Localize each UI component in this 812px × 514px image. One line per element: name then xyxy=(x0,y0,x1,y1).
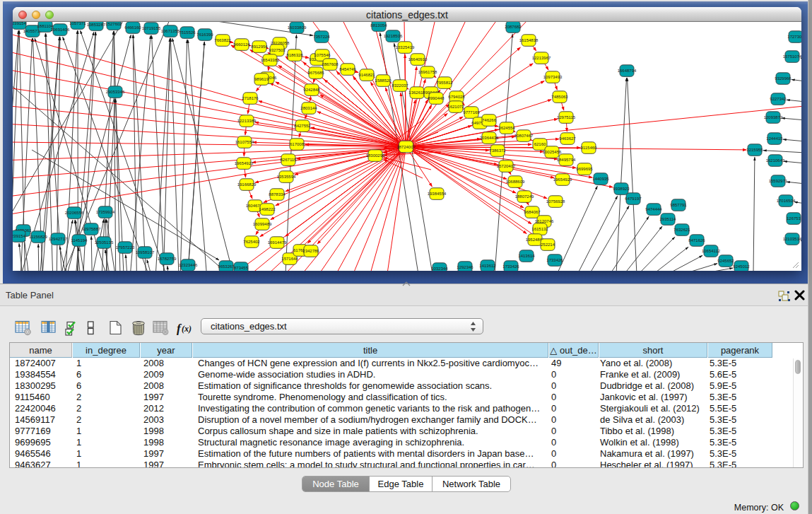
svg-text:10853287: 10853287 xyxy=(87,23,106,27)
svg-text:18300295: 18300295 xyxy=(366,153,385,158)
svg-text:2803144: 2803144 xyxy=(300,106,317,110)
svg-text:9675685: 9675685 xyxy=(307,71,324,75)
svg-text:18807249: 18807249 xyxy=(515,194,534,199)
svg-text:16914479: 16914479 xyxy=(268,240,287,245)
svg-text:1075546: 1075546 xyxy=(314,53,331,57)
svg-text:617008: 617008 xyxy=(290,142,305,146)
svg-text:9857791: 9857791 xyxy=(670,203,687,207)
svg-text:9938923: 9938923 xyxy=(613,187,630,191)
svg-text:8427552: 8427552 xyxy=(294,124,311,128)
svg-text:16961758: 16961758 xyxy=(418,70,437,74)
svg-text:7357224: 7357224 xyxy=(313,35,330,39)
svg-text:1145194: 1145194 xyxy=(71,238,88,243)
svg-text:9115460: 9115460 xyxy=(581,146,598,150)
svg-text:12975115: 12975115 xyxy=(557,115,576,119)
svg-text:12093872: 12093872 xyxy=(764,115,783,119)
svg-text:15592971: 15592971 xyxy=(769,179,788,183)
svg-text:7485063: 7485063 xyxy=(551,95,568,99)
svg-text:19166829: 19166829 xyxy=(237,182,257,187)
svg-text:17016504: 17016504 xyxy=(777,199,796,203)
svg-text:7663822: 7663822 xyxy=(214,38,231,42)
svg-text:1057371: 1057371 xyxy=(69,22,86,25)
svg-text:9699695: 9699695 xyxy=(576,167,593,171)
svg-text:9245012: 9245012 xyxy=(733,264,750,269)
svg-text:1571644: 1571644 xyxy=(281,257,298,261)
svg-text:2718176: 2718176 xyxy=(242,96,259,100)
svg-text:8912954: 8912954 xyxy=(251,45,268,49)
svg-text:10973493: 10973493 xyxy=(543,75,563,79)
svg-text:8186328: 8186328 xyxy=(286,53,303,57)
svg-text:8471626: 8471626 xyxy=(688,238,705,243)
svg-text:12213967: 12213967 xyxy=(532,56,551,60)
svg-text:16154838: 16154838 xyxy=(519,38,539,42)
svg-text:8813054: 8813054 xyxy=(370,23,387,28)
svg-text:1244415: 1244415 xyxy=(766,136,783,141)
svg-text:7632621: 7632621 xyxy=(673,228,690,232)
svg-text:2935114: 2935114 xyxy=(660,217,677,221)
svg-text:9227342: 9227342 xyxy=(770,97,787,101)
svg-text:18495794: 18495794 xyxy=(557,158,576,162)
svg-text:13535594: 13535594 xyxy=(277,175,296,179)
svg-text:12942717: 12942717 xyxy=(49,237,68,241)
svg-text:15751074: 15751074 xyxy=(783,54,801,59)
svg-text:7616399: 7616399 xyxy=(196,33,213,37)
svg-text:16107554: 16107554 xyxy=(235,140,254,144)
svg-text:10688609: 10688609 xyxy=(506,180,525,184)
svg-text:239154: 239154 xyxy=(13,234,26,238)
svg-text:1733426: 1733426 xyxy=(546,258,563,262)
svg-text:3624554: 3624554 xyxy=(498,126,515,130)
svg-text:8322037: 8322037 xyxy=(392,83,408,88)
svg-text:9245652: 9245652 xyxy=(717,259,734,263)
svg-text:16099489: 16099489 xyxy=(253,222,272,226)
svg-text:17359924: 17359924 xyxy=(96,210,115,214)
svg-text:7515526: 7515526 xyxy=(179,30,196,35)
svg-text:3215955: 3215955 xyxy=(746,148,763,152)
svg-text:7625402: 7625402 xyxy=(243,240,260,244)
svg-text:10958107: 10958107 xyxy=(136,250,155,255)
svg-text:12213389: 12213389 xyxy=(237,119,257,123)
svg-text:9327503: 9327503 xyxy=(269,48,286,52)
svg-text:10025456: 10025456 xyxy=(543,150,562,154)
svg-text:19654923: 19654923 xyxy=(553,177,572,182)
svg-text:(x): (x) xyxy=(182,324,192,334)
svg-text:8990448: 8990448 xyxy=(428,96,445,100)
svg-text:8267115: 8267115 xyxy=(281,158,298,162)
svg-text:13325419: 13325419 xyxy=(396,45,415,49)
svg-text:6466160: 6466160 xyxy=(124,25,141,30)
svg-text:9146821: 9146821 xyxy=(358,73,375,77)
svg-text:7955812: 7955812 xyxy=(436,81,453,85)
svg-text:1413614: 1413614 xyxy=(518,254,535,258)
svg-text:9242848: 9242848 xyxy=(303,88,320,92)
svg-text:16210643: 16210643 xyxy=(766,158,785,163)
svg-text:7386372: 7386372 xyxy=(489,148,506,153)
svg-text:252214: 252214 xyxy=(541,243,555,247)
svg-text:126753: 126753 xyxy=(787,216,801,221)
svg-text:8454749: 8454749 xyxy=(339,67,356,71)
svg-text:12505135: 12505135 xyxy=(95,240,114,245)
svg-text:239154: 239154 xyxy=(13,22,27,25)
svg-text:18724007: 18724007 xyxy=(396,145,416,149)
svg-text:8878334: 8878334 xyxy=(269,192,286,197)
svg-text:29053346: 29053346 xyxy=(106,90,125,94)
svg-text:9463627: 9463627 xyxy=(559,136,576,141)
svg-text:2867608: 2867608 xyxy=(322,62,339,66)
svg-text:1727307: 1727307 xyxy=(787,35,801,39)
svg-text:1733426: 1733426 xyxy=(502,264,519,269)
svg-text:12323446: 12323446 xyxy=(179,263,198,267)
svg-text:989619: 989619 xyxy=(254,77,269,81)
svg-text:9777169: 9777169 xyxy=(463,110,480,115)
svg-text:10756928: 10756928 xyxy=(546,199,565,204)
svg-text:19654923: 19654923 xyxy=(235,161,254,165)
svg-text:92975887: 92975887 xyxy=(82,227,101,231)
svg-text:10807467: 10807467 xyxy=(514,134,534,138)
svg-text:17957223: 17957223 xyxy=(116,245,135,250)
svg-text:19218506: 19218506 xyxy=(384,34,403,38)
svg-text:1588520: 1588520 xyxy=(375,78,392,83)
svg-text:19384554: 19384554 xyxy=(428,192,447,196)
svg-text:873455: 873455 xyxy=(234,266,249,270)
svg-text:10719155: 10719155 xyxy=(142,26,161,30)
svg-text:1498222: 1498222 xyxy=(259,207,276,211)
svg-text:10654112: 10654112 xyxy=(702,249,721,253)
svg-text:1527602: 1527602 xyxy=(105,22,122,26)
svg-text:11156829: 11156829 xyxy=(29,235,47,239)
